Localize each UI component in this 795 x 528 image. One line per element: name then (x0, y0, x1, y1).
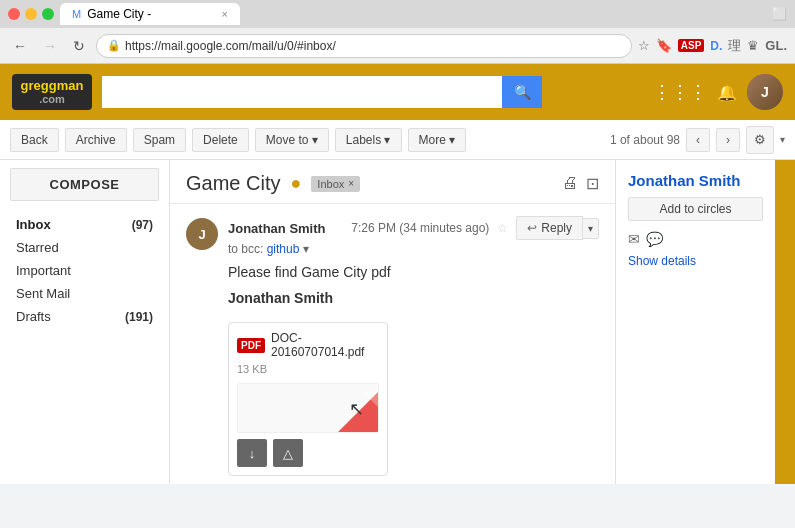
notifications-icon[interactable]: 🔔 (717, 83, 737, 102)
extension-icon6[interactable]: GL. (765, 38, 787, 53)
extension-icon3[interactable]: D. (710, 39, 722, 53)
email-sender-row: Jonathan Smith 7:26 PM (34 minutes ago) … (228, 216, 599, 240)
chat-contact-icon[interactable]: 💬 (646, 231, 663, 247)
bcc-link[interactable]: github (267, 242, 300, 256)
inbox-tag-text: Inbox (317, 178, 344, 190)
move-to-button[interactable]: Move to ▾ (255, 128, 329, 152)
prev-page-button[interactable]: ‹ (686, 128, 710, 152)
logo-text-2: .com (20, 93, 84, 106)
gmail-app: greggman .com 🔍 ⋮⋮⋮ 🔔 J Back Archive Spa… (0, 64, 795, 484)
extension-icon2[interactable]: ASP (678, 39, 705, 52)
label-dot-icon: ● (290, 173, 301, 194)
email-thread-actions: 🖨 ⊡ (562, 174, 599, 193)
gmail-search-button[interactable]: 🔍 (502, 76, 542, 108)
gmail-header: greggman .com 🔍 ⋮⋮⋮ 🔔 J (0, 64, 795, 120)
logo-text-1: greggman (20, 78, 84, 94)
attachment-size: 13 KB (237, 363, 379, 375)
apps-grid-icon[interactable]: ⋮⋮⋮ (653, 81, 707, 103)
sidebar-item-starred[interactable]: Starred (0, 236, 169, 259)
traffic-lights (8, 8, 54, 20)
settings-dropdown-icon[interactable]: ▾ (780, 134, 785, 145)
extension-icon4[interactable]: 理 (728, 37, 741, 55)
labels-button[interactable]: Labels ▾ (335, 128, 402, 152)
settings-button[interactable]: ⚙ (746, 126, 774, 154)
inbox-tag: Inbox × (311, 176, 360, 192)
sidebar-item-important[interactable]: Important (0, 259, 169, 282)
pdf-icon: PDF (237, 338, 265, 353)
tab-title: Game City - (87, 7, 151, 21)
email-meta: 7:26 PM (34 minutes ago) ☆ ↩ Reply ▾ (351, 216, 599, 240)
reply-button[interactable]: ↩ Reply (516, 216, 583, 240)
back-button[interactable]: Back (10, 128, 59, 152)
email-contact-icon[interactable]: ✉ (628, 231, 640, 247)
inbox-tag-close-icon[interactable]: × (348, 178, 354, 189)
reply-label: Reply (541, 221, 572, 235)
next-page-button[interactable]: › (716, 128, 740, 152)
sidebar-item-drafts[interactable]: Drafts (191) (0, 305, 169, 328)
more-button[interactable]: More ▾ (408, 128, 467, 152)
reply-dropdown-button[interactable]: ▾ (583, 218, 599, 239)
sender-avatar: J (186, 218, 218, 250)
user-avatar[interactable]: J (747, 74, 783, 110)
gmail-subheader: Back Archive Spam Delete Move to ▾ Label… (0, 120, 795, 160)
extension-icon5[interactable]: ♛ (747, 38, 759, 53)
tab-close-icon[interactable]: × (222, 8, 228, 20)
email-signature: Jonathan Smith (228, 290, 599, 306)
contact-icons-row: ✉ 💬 (628, 231, 763, 247)
lock-icon: 🔒 (107, 39, 121, 52)
email-body: Jonathan Smith 7:26 PM (34 minutes ago) … (228, 216, 599, 484)
back-nav-button[interactable]: ← (8, 36, 32, 56)
extension-icon1[interactable]: 🔖 (656, 38, 672, 53)
gmail-search-input[interactable] (102, 76, 502, 108)
reply-button-group: ↩ Reply ▾ (516, 216, 599, 240)
archive-button[interactable]: Archive (65, 128, 127, 152)
expand-icon[interactable]: ⊡ (586, 174, 599, 193)
maximize-button[interactable] (42, 8, 54, 20)
spam-button[interactable]: Spam (133, 128, 186, 152)
yellow-right-bar (775, 160, 795, 484)
forward-nav-button[interactable]: → (38, 36, 62, 56)
attachment-preview: ↖ (237, 383, 379, 433)
download-attachment-button[interactable]: ↓ (237, 439, 267, 467)
sidebar-inbox-badge: (97) (132, 218, 153, 232)
attachment-box: PDF DOC-20160707014.pdf 13 KB ↖ (228, 322, 388, 476)
star-icon[interactable]: ☆ (638, 38, 650, 53)
drive-save-button[interactable]: △ (273, 439, 303, 467)
contact-panel: Jonathan Smith Add to circles ✉ 💬 Show d… (615, 160, 775, 484)
sidebar-nav: Inbox (97) Starred Important Sent Mail D… (0, 213, 169, 328)
to-line: to bcc: github ▾ (228, 242, 599, 256)
minimize-button[interactable] (25, 8, 37, 20)
pagination: 1 of about 98 ‹ › ⚙ ▾ (610, 126, 785, 154)
email-time: 7:26 PM (34 minutes ago) (351, 221, 489, 235)
close-button[interactable] (8, 8, 20, 20)
attachment-name: DOC-20160707014.pdf (271, 331, 379, 359)
email-message: J Jonathan Smith 7:26 PM (34 minutes ago… (170, 204, 615, 484)
browser-tab[interactable]: M Game City - × (60, 3, 240, 25)
show-details-link[interactable]: Show details (628, 253, 763, 268)
to-dropdown-icon[interactable]: ▾ (303, 242, 309, 256)
window-controls: ⬜ (772, 7, 787, 21)
greggman-logo: greggman .com (12, 74, 92, 111)
address-bar[interactable]: 🔒 https://mail.google.com/mail/u/0/#inbo… (96, 34, 632, 58)
refresh-button[interactable]: ↻ (68, 36, 90, 56)
sidebar-sent-label: Sent Mail (16, 286, 70, 301)
sidebar-important-label: Important (16, 263, 71, 278)
titlebar: M Game City - × ⬜ (0, 0, 795, 28)
email-subject: Game City (186, 172, 280, 195)
star-message-icon[interactable]: ☆ (497, 221, 508, 235)
url-text: https://mail.google.com/mail/u/0/#inbox/ (125, 39, 336, 53)
delete-button[interactable]: Delete (192, 128, 249, 152)
gmail-sidebar: COMPOSE Inbox (97) Starred Important Sen… (0, 160, 170, 484)
compose-button[interactable]: COMPOSE (10, 168, 159, 201)
print-icon[interactable]: 🖨 (562, 174, 578, 193)
sidebar-item-sent[interactable]: Sent Mail (0, 282, 169, 305)
email-body-text: Please find Game City pdf (228, 264, 599, 280)
header-right-icons: ⋮⋮⋮ 🔔 J (653, 74, 783, 110)
add-to-circles-button[interactable]: Add to circles (628, 197, 763, 221)
email-thread-header: Game City ● Inbox × 🖨 ⊡ (170, 160, 615, 204)
gmail-search-bar: 🔍 (102, 76, 542, 108)
email-content: Game City ● Inbox × 🖨 ⊡ J Jonatha (170, 160, 615, 484)
sidebar-drafts-label: Drafts (16, 309, 51, 324)
cursor-icon: ↖ (349, 398, 364, 420)
sidebar-item-inbox[interactable]: Inbox (97) (0, 213, 169, 236)
